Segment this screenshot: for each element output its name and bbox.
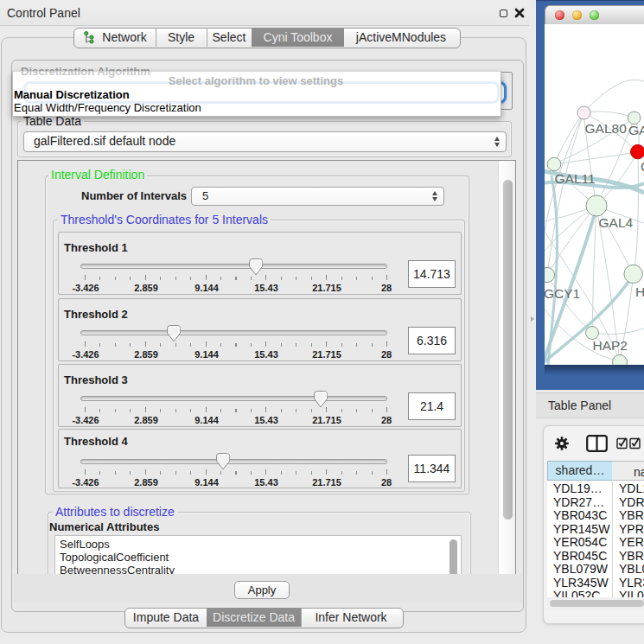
svg-text:GAL11: GAL11 <box>555 171 596 186</box>
svg-text:C: C <box>641 159 644 174</box>
svg-text:GA: GA <box>628 123 644 137</box>
svg-text:GAL4: GAL4 <box>599 215 634 230</box>
svg-text:HAP2: HAP2 <box>593 338 628 353</box>
svg-text:GAL80: GAL80 <box>585 121 628 136</box>
svg-text:H: H <box>635 284 644 299</box>
svg-text:GCY1: GCY1 <box>545 286 580 301</box>
